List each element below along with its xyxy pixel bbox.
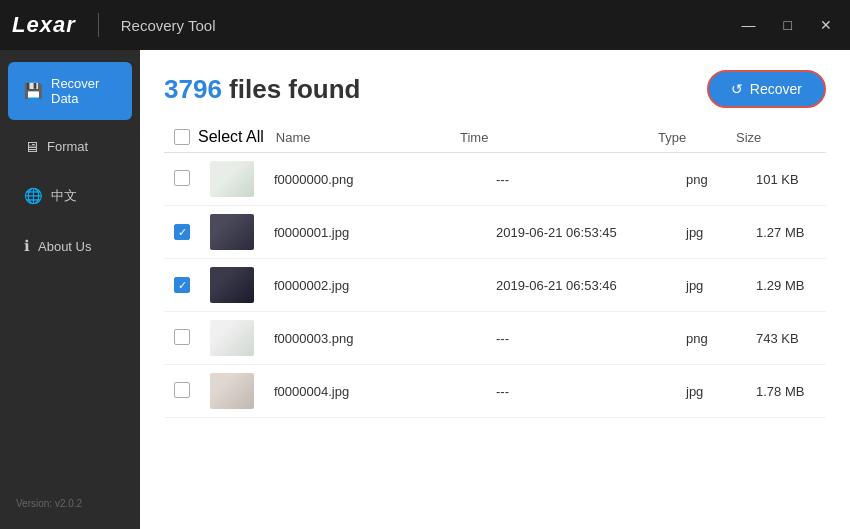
file-time-1: 2019-06-21 06:53:45 bbox=[486, 206, 676, 259]
file-type-0: png bbox=[676, 153, 746, 206]
close-button[interactable]: ✕ bbox=[814, 16, 838, 34]
logo-divider bbox=[98, 13, 99, 37]
sidebar-item-about[interactable]: ℹ About Us bbox=[8, 223, 132, 269]
recover-spin-icon: ↺ bbox=[731, 81, 743, 97]
file-checkbox-2[interactable]: ✓ bbox=[174, 277, 190, 293]
format-icon: 🖥 bbox=[24, 138, 39, 155]
sidebar-item-recover-data[interactable]: 💾 Recover Data bbox=[8, 62, 132, 120]
sidebar-item-format[interactable]: 🖥 Format bbox=[8, 124, 132, 169]
file-size-2: 1.29 MB bbox=[746, 259, 826, 312]
table-row: ✓f0000001.jpg2019-06-21 06:53:45jpg1.27 … bbox=[164, 206, 826, 259]
app-title: Recovery Tool bbox=[121, 17, 216, 34]
sidebar: 💾 Recover Data 🖥 Format 🌐 中文 ℹ About Us … bbox=[0, 50, 140, 529]
file-type-4: jpg bbox=[676, 365, 746, 418]
recover-button[interactable]: ↺ Recover bbox=[707, 70, 826, 108]
column-size: Size bbox=[736, 130, 816, 145]
file-size-3: 743 KB bbox=[746, 312, 826, 365]
recover-data-icon: 💾 bbox=[24, 82, 43, 100]
file-thumbnail-3 bbox=[210, 320, 254, 356]
sidebar-item-label-recover: Recover Data bbox=[51, 76, 116, 106]
file-type-1: jpg bbox=[676, 206, 746, 259]
maximize-button[interactable]: □ bbox=[778, 16, 798, 34]
column-time: Time bbox=[460, 130, 650, 145]
table-row: ✓f0000002.jpg2019-06-21 06:53:46jpg1.29 … bbox=[164, 259, 826, 312]
table-row: f0000003.png---png743 KB bbox=[164, 312, 826, 365]
files-found-heading: 3796 files found bbox=[164, 74, 361, 105]
file-name-4: f0000004.jpg bbox=[264, 365, 486, 418]
sidebar-item-label-about: About Us bbox=[38, 239, 91, 254]
main-layout: 💾 Recover Data 🖥 Format 🌐 中文 ℹ About Us … bbox=[0, 50, 850, 529]
file-checkbox-1[interactable]: ✓ bbox=[174, 224, 190, 240]
logo-area: Lexar Recovery Tool bbox=[12, 12, 216, 38]
files-found-label: files found bbox=[222, 74, 361, 104]
recover-btn-label: Recover bbox=[750, 81, 802, 97]
file-thumbnail-1 bbox=[210, 214, 254, 250]
minimize-button[interactable]: — bbox=[736, 16, 762, 34]
file-checkbox-3[interactable] bbox=[174, 329, 190, 345]
files-count: 3796 bbox=[164, 74, 222, 104]
file-table: f0000000.png---png101 KB✓f0000001.jpg201… bbox=[164, 153, 826, 418]
file-size-1: 1.27 MB bbox=[746, 206, 826, 259]
file-name-1: f0000001.jpg bbox=[264, 206, 486, 259]
content-area: 3796 files found ↺ Recover Select All Na… bbox=[140, 50, 850, 529]
sidebar-item-language[interactable]: 🌐 中文 bbox=[8, 173, 132, 219]
file-checkbox-4[interactable] bbox=[174, 382, 190, 398]
select-all-checkbox[interactable] bbox=[174, 129, 190, 145]
file-thumbnail-4 bbox=[210, 373, 254, 409]
select-all-label: Select All bbox=[198, 128, 264, 146]
file-thumbnail-0 bbox=[210, 161, 254, 197]
table-row: f0000004.jpg---jpg1.78 MB bbox=[164, 365, 826, 418]
file-name-0: f0000000.png bbox=[264, 153, 486, 206]
file-type-2: jpg bbox=[676, 259, 746, 312]
file-size-4: 1.78 MB bbox=[746, 365, 826, 418]
sidebar-item-label-format: Format bbox=[47, 139, 88, 154]
window-controls: — □ ✕ bbox=[736, 16, 838, 34]
about-icon: ℹ bbox=[24, 237, 30, 255]
file-name-2: f0000002.jpg bbox=[264, 259, 486, 312]
file-time-4: --- bbox=[486, 365, 676, 418]
version-label: Version: v2.0.2 bbox=[0, 488, 140, 519]
file-thumbnail-2 bbox=[210, 267, 254, 303]
file-time-0: --- bbox=[486, 153, 676, 206]
column-name: Name bbox=[272, 130, 452, 145]
language-icon: 🌐 bbox=[24, 187, 43, 205]
file-size-0: 101 KB bbox=[746, 153, 826, 206]
select-all-row: Select All Name Time Type Size bbox=[164, 122, 826, 153]
file-checkbox-0[interactable] bbox=[174, 170, 190, 186]
file-time-3: --- bbox=[486, 312, 676, 365]
file-time-2: 2019-06-21 06:53:46 bbox=[486, 259, 676, 312]
file-table-wrapper[interactable]: f0000000.png---png101 KB✓f0000001.jpg201… bbox=[164, 153, 826, 529]
logo-text: Lexar bbox=[12, 12, 76, 38]
file-name-3: f0000003.png bbox=[264, 312, 486, 365]
file-type-3: png bbox=[676, 312, 746, 365]
titlebar: Lexar Recovery Tool — □ ✕ bbox=[0, 0, 850, 50]
column-type: Type bbox=[658, 130, 728, 145]
sidebar-item-label-language: 中文 bbox=[51, 187, 77, 205]
table-row: f0000000.png---png101 KB bbox=[164, 153, 826, 206]
content-header: 3796 files found ↺ Recover bbox=[164, 70, 826, 108]
